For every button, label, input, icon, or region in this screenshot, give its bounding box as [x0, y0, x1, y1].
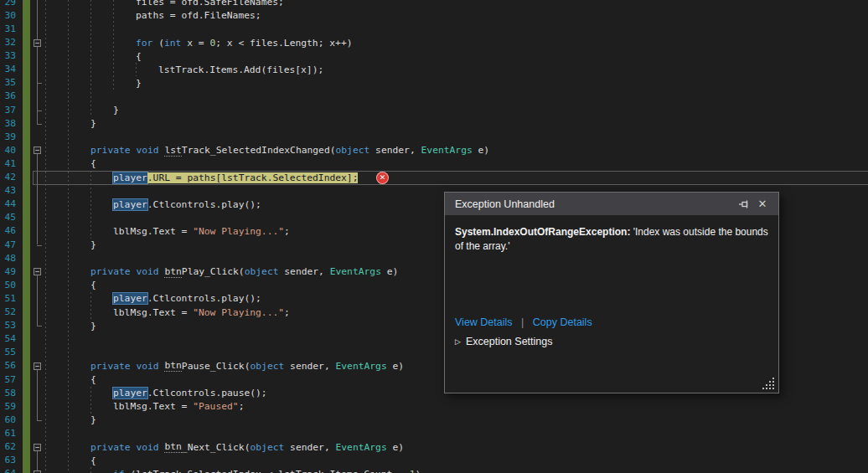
code-token: void: [136, 266, 158, 277]
line-number: 40: [0, 144, 16, 157]
line-number: 46: [0, 224, 16, 238]
code-token: [131, 145, 137, 156]
line-number: 56: [0, 359, 16, 373]
code-line-40[interactable]: private void lstTrack_SelectedIndexChang…: [90, 144, 489, 157]
code-line-50[interactable]: {: [90, 279, 96, 292]
code-token: .Ctlcontrols.play();: [147, 293, 261, 304]
code-token: {: [90, 374, 96, 385]
code-token: }: [90, 118, 96, 129]
code-token: e): [473, 145, 489, 156]
code-editor[interactable]: −−−−−− 29files = ofd.SafeFileNames;30pat…: [0, 0, 868, 473]
code-line-60[interactable]: }: [90, 414, 96, 427]
code-line-44[interactable]: player.Ctlcontrols.play();: [113, 198, 261, 211]
fold-collapse-icon[interactable]: −: [34, 147, 41, 154]
code-token: {: [136, 51, 142, 62]
fold-end-tick: [37, 326, 42, 326]
fold-end-tick: [37, 83, 42, 84]
line-number: 38: [0, 117, 16, 131]
code-token: Track_SelectedIndexChanged(: [182, 145, 336, 156]
fold-collapse-icon[interactable]: −: [34, 268, 41, 275]
code-token: (: [152, 38, 164, 49]
indent-guide: [113, 0, 114, 90]
code-line-37[interactable]: }: [113, 104, 119, 117]
code-line-33[interactable]: {: [136, 49, 142, 63]
code-token: ;: [284, 226, 290, 237]
fold-collapse-icon[interactable]: −: [34, 362, 41, 370]
line-number: 35: [0, 76, 16, 90]
code-token: sender,: [369, 145, 421, 156]
line-number: 33: [0, 49, 16, 63]
code-line-56[interactable]: private void btnPause_Click(object sende…: [90, 359, 404, 373]
code-token: lstTrack.Items.Add(files[x]);: [158, 64, 323, 75]
line-number: 61: [0, 427, 16, 440]
code-token: {: [90, 280, 96, 290]
code-token: "Paused": [193, 401, 238, 412]
code-token: e): [381, 266, 398, 277]
indent-guide: [90, 387, 91, 414]
code-token: object: [245, 266, 279, 277]
code-line-46[interactable]: lblMsg.Text = "Now Playing...";: [113, 224, 290, 238]
code-line-49[interactable]: private void btnPlay_Click(object sender…: [90, 265, 398, 279]
fold-line: [37, 0, 38, 124]
exception-links: View Details | Copy Details: [455, 316, 592, 328]
code-token: if: [113, 469, 125, 473]
code-line-29[interactable]: files = ofd.SafeFileNames;: [136, 0, 284, 9]
code-line-52[interactable]: lblMsg.Text = "Now Playing...";: [113, 306, 290, 319]
code-token: _Next_Click(: [182, 442, 251, 453]
code-line-32[interactable]: for (int x = 0; x < files.Length; x++): [136, 36, 352, 49]
code-line-42[interactable]: player.URL = paths[lstTrack.SelectedInde…: [113, 171, 358, 184]
code-line-57[interactable]: {: [90, 373, 96, 387]
code-line-58[interactable]: player.Ctlcontrols.pause();: [113, 387, 267, 400]
code-line-63[interactable]: {: [90, 454, 96, 467]
code-line-35[interactable]: }: [136, 76, 142, 90]
close-icon[interactable]: ✕: [753, 196, 772, 213]
line-number: 62: [0, 440, 16, 454]
code-token: ; x < files.Length; x++): [215, 38, 352, 49]
highlighted-reference: player: [113, 199, 147, 210]
code-line-64[interactable]: if (lstTrack.SelectedIndex < lstTrack.It…: [113, 467, 421, 473]
code-token: ): [416, 469, 421, 473]
code-token: (lstTrack.SelectedIndex < lstTrack.Items…: [125, 469, 410, 473]
code-token: "Now Playing...": [193, 226, 284, 237]
code-line-47[interactable]: }: [90, 239, 96, 252]
code-token: lblMsg.Text =: [113, 226, 193, 237]
code-line-30[interactable]: paths = ofd.FileNames;: [136, 9, 261, 23]
code-line-41[interactable]: {: [90, 157, 96, 171]
code-token: [131, 442, 137, 453]
fold-collapse-icon[interactable]: −: [34, 39, 41, 47]
code-token: 0: [209, 38, 215, 49]
code-line-51[interactable]: player.Ctlcontrols.play();: [113, 292, 261, 306]
exception-highlight: .URL = paths[lstTrack.SelectedIndex];: [147, 172, 359, 183]
resize-grip-icon[interactable]: [772, 388, 774, 389]
line-number: 51: [0, 292, 16, 306]
code-line-62[interactable]: private void btn_Next_Click(object sende…: [90, 440, 404, 454]
code-token: void: [136, 442, 158, 453]
code-token: paths = ofd.FileNames;: [136, 10, 261, 21]
code-token: .Ctlcontrols.play();: [147, 199, 261, 210]
expander-icon[interactable]: ▷: [455, 337, 461, 346]
exception-popup: Exception Unhandled ✕ System.IndexOutOfR…: [444, 192, 779, 393]
line-number: 39: [0, 131, 16, 144]
fold-line: [37, 154, 38, 245]
copy-details-link[interactable]: Copy Details: [533, 316, 592, 328]
code-line-34[interactable]: lstTrack.Items.Add(files[x]);: [158, 63, 323, 76]
fold-line: [37, 369, 38, 419]
code-token: lblMsg.Text =: [113, 401, 193, 412]
line-number: 55: [0, 346, 16, 359]
code-token: e): [387, 442, 404, 453]
exception-popup-body: System.IndexOutOfRangeException: 'Index …: [445, 215, 778, 393]
code-line-38[interactable]: }: [90, 117, 96, 131]
view-details-link[interactable]: View Details: [455, 316, 513, 328]
code-token: [159, 442, 165, 453]
code-token: private: [90, 361, 131, 372]
code-token: "Now Playing...": [193, 307, 284, 318]
code-line-53[interactable]: }: [90, 319, 96, 332]
code-line-59[interactable]: lblMsg.Text = "Paused";: [113, 400, 244, 414]
line-number: 63: [0, 454, 16, 467]
fold-collapse-icon[interactable]: −: [34, 444, 41, 451]
code-token: Play_Click(: [182, 266, 245, 277]
error-icon[interactable]: ✕: [376, 172, 389, 184]
pin-icon[interactable]: [735, 196, 753, 213]
code-token: object: [250, 361, 284, 372]
exception-settings-row[interactable]: ▷ Exception Settings: [455, 336, 552, 347]
